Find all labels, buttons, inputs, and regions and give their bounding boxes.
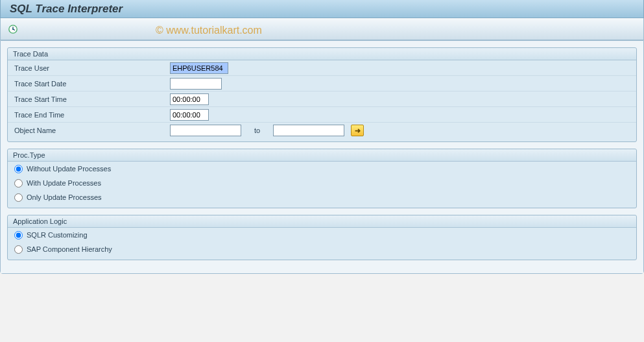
multiple-selection-button[interactable]: ➜ [351,125,364,136]
panel-proc-type: Proc.Type Without Update Processes With … [7,149,637,208]
radio-only-update-label: Only Update Processes [27,193,102,201]
radio-without-update-label: Without Update Processes [27,165,111,173]
row-trace-end-time: Trace End Time [8,107,636,123]
radio-only-update[interactable]: Only Update Processes [8,190,636,204]
label-trace-start-date: Trace Start Date [8,80,170,88]
panel-application-logic: Application Logic SQLR Customizing SAP C… [7,215,637,260]
radio-without-update-input[interactable] [14,165,23,173]
object-name-from-field[interactable] [170,125,241,136]
panel-proc-type-title: Proc.Type [8,149,636,162]
page-title-bar: SQL Trace Interpreter [0,0,644,18]
label-object-to: to [245,127,269,134]
radio-with-update-input[interactable] [14,179,23,188]
panel-trace-data: Trace Data Trace User Trace Start Date T… [7,47,637,142]
page-title: SQL Trace Interpreter [10,3,123,16]
row-trace-start-time: Trace Start Time [8,92,636,107]
clock-icon [8,24,18,34]
label-trace-user: Trace User [8,64,170,72]
panel-application-logic-title: Application Logic [8,215,636,228]
trace-end-time-field[interactable] [170,109,209,121]
radio-sqlr-customizing-label: SQLR Customizing [27,231,88,239]
radio-sap-component-hierarchy-label: SAP Component Hierarchy [27,245,112,253]
radio-sap-component-hierarchy-input[interactable] [14,245,23,254]
radio-with-update[interactable]: With Update Processes [8,176,636,190]
label-trace-start-time: Trace Start Time [8,95,170,103]
row-object-name: Object Name to ➜ [8,123,636,138]
content-area: Trace Data Trace User Trace Start Date T… [1,41,643,273]
radio-sqlr-customizing[interactable]: SQLR Customizing [8,228,636,242]
label-object-name: Object Name [8,127,170,134]
panel-trace-data-title: Trace Data [8,48,636,60]
radio-only-update-input[interactable] [14,193,23,202]
row-trace-start-date: Trace Start Date [8,76,636,92]
toolbar [0,18,644,40]
radio-with-update-label: With Update Processes [27,179,101,187]
trace-user-field[interactable] [170,62,228,74]
radio-sap-component-hierarchy[interactable]: SAP Component Hierarchy [8,242,636,256]
object-name-to-field[interactable] [273,125,344,136]
trace-start-date-field[interactable] [170,78,222,90]
arrow-right-icon: ➜ [355,127,361,135]
label-trace-end-time: Trace End Time [8,111,170,119]
svg-point-3 [12,29,14,30]
radio-without-update[interactable]: Without Update Processes [8,162,636,176]
trace-start-time-field[interactable] [170,93,209,105]
execute-button[interactable] [6,22,20,36]
row-trace-user: Trace User [8,60,636,76]
radio-sqlr-customizing-input[interactable] [14,231,23,239]
